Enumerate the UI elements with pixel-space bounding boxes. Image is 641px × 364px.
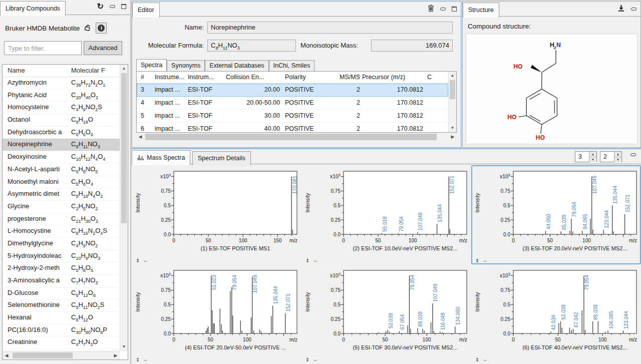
vertical-zoom-icon[interactable]: ⇕ [475, 258, 482, 263]
tab-spectrum-details[interactable]: Spectrum Details [192, 151, 251, 165]
column-header[interactable]: MS/MS [327, 74, 360, 81]
scroll-right-icon[interactable]: ▶ [112, 351, 120, 359]
horizontal-zoom-icon[interactable]: ⇔ [312, 258, 320, 263]
scroll-left-icon[interactable]: ◀ [136, 133, 144, 141]
column-header[interactable]: # [141, 74, 153, 81]
compound-row[interactable]: Asymmetric dimetC8H18N4O2 [3, 188, 120, 201]
spectrum-cell-2[interactable]: Intensityx1030.00.250.50.75050100m/z55.0… [301, 165, 471, 264]
column-header[interactable]: C [427, 74, 439, 81]
download-icon[interactable] [617, 5, 625, 14]
tab-mass-spectra[interactable]: Mass Spectra [132, 150, 190, 165]
compound-row[interactable]: AzythromycinC38H72N2O1 [3, 77, 120, 90]
scroll-right-icon[interactable]: ▶ [449, 133, 457, 141]
info-button[interactable]: i [96, 23, 107, 34]
compound-row[interactable]: GlycineC2H5NO2 [3, 201, 120, 213]
horizontal-zoom-icon[interactable]: ⇔ [312, 357, 320, 362]
compound-row[interactable]: N-Acetyl-L-aspartiC6H9NO5 [3, 164, 120, 176]
column-header[interactable]: Collision En... [226, 74, 280, 81]
scroll-down-icon[interactable]: ▼ [449, 124, 456, 132]
compound-list-hscrollbar[interactable]: ◀ ▶ [3, 351, 120, 359]
column-molecular-formula[interactable]: Molecular F [71, 67, 119, 74]
spectrum-cell-1[interactable]: Intensityx1030.00.250.50.75050100150m/z1… [132, 165, 301, 264]
minimize-icon[interactable] [440, 8, 446, 11]
filter-input[interactable] [4, 41, 82, 55]
scroll-left-icon[interactable]: ◀ [3, 351, 11, 359]
peak-label: 79.054 [399, 216, 404, 232]
compound-row[interactable]: D-GlucoseC6H12O6 [3, 287, 120, 300]
tab-inchi-smiles[interactable]: InChi, Smiles [269, 60, 315, 71]
spectra-table-hscrollbar[interactable]: ◀ ▶ [136, 133, 457, 141]
spinner-down-icon[interactable]: ▼ [614, 157, 621, 162]
scroll-up-icon[interactable]: ▲ [120, 65, 128, 73]
spinner-up-icon[interactable]: ▲ [589, 152, 596, 157]
compound-row[interactable]: Monoethyl maloniC5H8O4 [3, 176, 120, 189]
column-header[interactable]: Polarity [285, 74, 325, 81]
vertical-zoom-icon[interactable]: ⇕ [305, 357, 312, 362]
column-name[interactable]: Name [8, 67, 25, 74]
compound-row[interactable]: 3-Aminosalicylic aC7H7NO3 [3, 275, 120, 287]
minimize-icon[interactable] [110, 5, 115, 8]
spectra-table-row[interactable]: 4impact ...ESI-TOF20.00-50.00POSITIVE217… [137, 97, 448, 110]
spectrum-cell-4[interactable]: Intensityx1030.00.250.50.75050100m/z51.0… [132, 264, 301, 363]
compound-row[interactable]: HomocysteineC4H9NO2S [3, 102, 120, 114]
compound-row[interactable]: NorepinephrineC8H11NO3 [3, 139, 120, 151]
cell: 30.00 [226, 112, 280, 119]
spectra-table-vscrollbar[interactable]: ▲ ▼ [448, 72, 456, 132]
maximize-icon[interactable] [121, 4, 126, 9]
compound-row[interactable]: Phytanic AcidC20H40O2 [3, 90, 120, 102]
columns-spinner[interactable]: 3 ▲▼ [575, 151, 597, 162]
compound-row[interactable]: CreatinineC4H7N3O [3, 336, 120, 349]
column-header[interactable]: Instrum... [188, 74, 224, 81]
spectrum-cell-3[interactable]: Intensityx1030.00.250.50.75050100m/z44.0… [471, 165, 641, 264]
column-header[interactable]: Precursor (m/z) [362, 74, 423, 81]
compound-row[interactable]: 5-HydroxyindoleacC10H9NO3 [3, 250, 120, 263]
tab-spectra[interactable]: Spectra [136, 59, 167, 71]
horizontal-zoom-icon[interactable]: ⇔ [143, 258, 151, 263]
compound-row[interactable]: DeoxyinosineC10H12N4O4 [3, 151, 120, 164]
compound-row[interactable]: 2-Hydroxy-2-methC5H8O5 [3, 262, 120, 275]
scroll-up-icon[interactable]: ▲ [449, 72, 456, 80]
molecular-formula-field[interactable]: C8H11NO3 [207, 40, 296, 52]
name-field[interactable]: Norepinephrine [207, 22, 453, 34]
compound-row[interactable]: SelenomethionineC5H11NO2S [3, 299, 120, 312]
vertical-zoom-icon[interactable]: ⇕ [475, 357, 482, 362]
compound-row[interactable]: Dehydroascorbic aC6H6O6 [3, 127, 120, 139]
vertical-zoom-icon[interactable]: ⇕ [136, 357, 143, 362]
tab-editor[interactable]: Editor [132, 3, 160, 18]
monoisotopic-mass-field[interactable]: 169.074 [371, 40, 453, 52]
horizontal-zoom-icon[interactable]: ⇔ [143, 357, 151, 362]
compound-row[interactable]: HexanalC6H12O [3, 312, 120, 324]
spectrum-cell-5[interactable]: Intensityx1030.00.250.50.75050100m/z53.0… [301, 264, 471, 363]
column-header[interactable]: Instrume... [155, 74, 186, 81]
tab-library-compounds[interactable]: Library Compounds [0, 1, 66, 16]
spinner-up-icon[interactable]: ▲ [614, 152, 621, 157]
maximize-icon[interactable] [452, 7, 457, 12]
minimize-icon[interactable] [630, 153, 636, 156]
compound-row[interactable]: PC(16:0/16:0)C40H80NO8P [3, 324, 120, 337]
vertical-zoom-icon[interactable]: ⇕ [136, 258, 143, 263]
spectra-table-row[interactable]: 6impact ...ESI-TOF40.00POSITIVE2170.0812 [137, 123, 448, 133]
spectra-table-row[interactable]: 3impact ...ESI-TOF20.00POSITIVE2170.0812 [137, 84, 448, 97]
tab-structure[interactable]: Structure [463, 3, 499, 18]
compound-list-vscrollbar[interactable]: ▲ ▼ [120, 65, 128, 351]
compound-row[interactable]: L-HomocystineC8H16N2O4S [3, 225, 120, 238]
compound-row[interactable]: progesteroneC21H30O2 [3, 213, 120, 226]
unlock-icon[interactable] [84, 24, 92, 33]
horizontal-zoom-icon[interactable]: ⇔ [482, 258, 490, 263]
rows-spinner[interactable]: 2 ▲▼ [600, 151, 622, 162]
spectra-table-row[interactable]: 5impact ...ESI-TOF30.00POSITIVE2170.0812 [137, 110, 448, 123]
tab-synonyms[interactable]: Synonyms [167, 60, 205, 71]
trash-icon[interactable] [428, 5, 434, 14]
tab-external-databases[interactable]: External Databases [205, 60, 268, 71]
horizontal-zoom-icon[interactable]: ⇔ [482, 357, 490, 362]
compound-row[interactable]: OctanolC8H18O [3, 114, 120, 127]
minimize-icon[interactable] [631, 8, 636, 11]
spectrum-cell-6[interactable]: Intensityx1030.00.250.50.75050100m/z42.0… [471, 264, 641, 363]
spinner-down-icon[interactable]: ▼ [589, 157, 596, 162]
scroll-down-icon[interactable]: ▼ [120, 343, 128, 351]
compound-row[interactable]: DimethylglycineC4H9NO2 [3, 238, 120, 250]
refresh-icon[interactable]: ↻ [97, 3, 104, 10]
advanced-button[interactable]: Advanced [84, 41, 122, 55]
vertical-zoom-icon[interactable]: ⇕ [305, 258, 312, 263]
compound-name: PC(16:0/16:0) [8, 326, 69, 333]
